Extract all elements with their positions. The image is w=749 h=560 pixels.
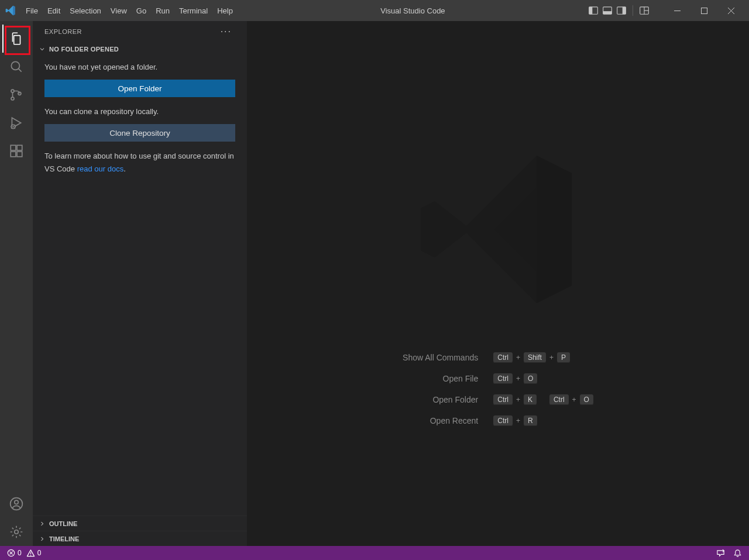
maximize-button[interactable] [690, 0, 717, 21]
timeline-label: Timeline [49, 535, 79, 542]
menu-bar: File Edit Selection View Go Run Terminal… [21, 0, 238, 21]
chevron-down-icon [37, 44, 47, 54]
vscode-logo-icon [5, 5, 16, 16]
error-count: 0 [18, 549, 22, 557]
key: Shift [524, 352, 546, 363]
menu-terminal[interactable]: Terminal [174, 0, 212, 21]
section-no-folder-header[interactable]: No Folder Opened [33, 42, 247, 56]
read-docs-link[interactable]: read our docs [77, 164, 124, 173]
key: P [557, 352, 570, 363]
layout-divider [633, 5, 633, 16]
svg-point-15 [11, 90, 14, 92]
svg-point-19 [12, 126, 14, 128]
svg-rect-10 [701, 8, 707, 13]
plus-separator: + [549, 353, 554, 362]
open-folder-button[interactable]: Open Folder [44, 80, 235, 97]
warning-icon [26, 549, 35, 558]
customize-layout-icon[interactable] [639, 5, 650, 16]
sidebar: EXPLORER ··· No Folder Opened You have n… [33, 21, 247, 546]
sidebar-more-icon[interactable]: ··· [221, 26, 235, 37]
key: Ctrl [493, 373, 513, 384]
key: Ctrl [549, 394, 569, 405]
window-title: Visual Studio Code [238, 6, 588, 15]
key: R [524, 415, 537, 426]
no-folder-msg1: You have not yet opened a folder. [44, 61, 235, 74]
shortcuts-list: Show All CommandsCtrl+Shift+POpen FileCt… [403, 352, 593, 426]
svg-point-13 [11, 61, 19, 70]
svg-rect-20 [11, 145, 16, 150]
warning-count: 0 [37, 549, 42, 557]
activity-settings[interactable] [2, 518, 30, 546]
menu-view[interactable]: View [106, 0, 132, 21]
shortcut-label: Show All Commands [403, 353, 478, 362]
status-problems[interactable]: 0 0 [5, 549, 43, 558]
key: Ctrl [493, 352, 513, 363]
svg-point-31 [30, 555, 31, 555]
menu-edit[interactable]: Edit [43, 0, 65, 21]
no-folder-msg2: You can clone a repository locally. [44, 105, 235, 118]
chevron-right-icon [37, 519, 47, 528]
activity-extensions[interactable] [2, 137, 30, 165]
shortcut-keys: Ctrl+Shift+P [493, 352, 593, 363]
outline-label: Outline [49, 520, 77, 527]
sidebar-title: EXPLORER [44, 28, 82, 35]
svg-rect-1 [589, 7, 593, 14]
svg-point-25 [15, 500, 19, 504]
chevron-right-icon [37, 534, 47, 544]
shortcut-keys: Ctrl+R [493, 415, 593, 426]
editor-area: Show All CommandsCtrl+Shift+POpen FileCt… [247, 21, 749, 546]
plus-separator: + [516, 417, 520, 425]
key: Ctrl [493, 415, 513, 426]
menu-file[interactable]: File [21, 0, 43, 21]
vscode-watermark-icon [410, 142, 586, 317]
activity-explorer[interactable] [2, 25, 30, 53]
plus-separator: + [572, 396, 576, 404]
section-timeline-header[interactable]: Timeline [33, 531, 247, 546]
plus-separator: + [516, 353, 520, 362]
toggle-panel-icon[interactable] [602, 5, 613, 16]
svg-rect-23 [17, 145, 22, 150]
activity-bar [0, 21, 33, 546]
shortcut-label: Open Folder [403, 395, 478, 404]
key: K [524, 394, 537, 405]
no-folder-msg3: To learn more about how to use git and s… [44, 150, 235, 176]
key: O [580, 394, 593, 405]
activity-source-control[interactable] [2, 81, 30, 109]
menu-run[interactable]: Run [151, 0, 174, 21]
no-folder-label: No Folder Opened [49, 46, 119, 53]
menu-selection[interactable]: Selection [65, 0, 105, 21]
section-outline-header[interactable]: Outline [33, 516, 247, 531]
menu-go[interactable]: Go [132, 0, 151, 21]
svg-rect-3 [603, 11, 612, 14]
key: Ctrl [493, 394, 513, 405]
svg-rect-22 [17, 152, 22, 157]
shortcut-keys: Ctrl+KCtrl+O [493, 394, 593, 405]
svg-point-26 [15, 530, 19, 534]
svg-point-16 [11, 97, 14, 100]
menu-help[interactable]: Help [212, 0, 238, 21]
clone-repository-button[interactable]: Clone Repository [44, 124, 235, 142]
error-icon [7, 549, 15, 557]
close-button[interactable] [717, 0, 744, 21]
title-bar: File Edit Selection View Go Run Terminal… [0, 0, 749, 21]
status-feedback[interactable] [714, 549, 727, 558]
status-bar: 0 0 [0, 546, 749, 560]
minimize-button[interactable] [664, 0, 690, 21]
shortcut-keys: Ctrl+O [493, 373, 593, 384]
activity-accounts[interactable] [2, 490, 30, 518]
toggle-secondary-sidebar-icon[interactable] [616, 5, 627, 16]
activity-run-debug[interactable] [2, 109, 30, 137]
plus-separator: + [516, 396, 520, 404]
layout-controls [588, 5, 650, 16]
svg-rect-21 [11, 152, 16, 157]
activity-search[interactable] [2, 53, 30, 81]
plus-separator: + [516, 375, 520, 383]
key: O [524, 373, 537, 384]
svg-rect-5 [623, 7, 626, 14]
shortcut-label: Open Recent [403, 416, 478, 425]
svg-line-14 [18, 68, 21, 71]
shortcut-label: Open File [403, 374, 478, 383]
toggle-primary-sidebar-icon[interactable] [588, 5, 599, 16]
status-notifications[interactable] [731, 549, 744, 558]
